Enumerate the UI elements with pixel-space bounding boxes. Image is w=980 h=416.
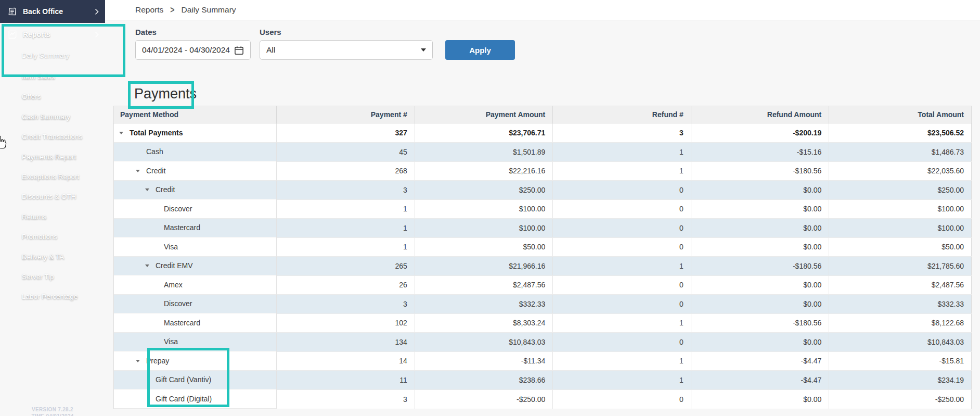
column-header-total-amount[interactable]: Total Amount [829,106,972,123]
breadcrumb-reports[interactable]: Reports [135,5,163,15]
users-select[interactable]: All [260,40,433,60]
collapse-arrow-icon[interactable] [145,264,156,267]
cell-refund-count: 0 [553,389,691,409]
sidebar-item-promotions[interactable]: Promotions [0,227,105,247]
date-range-input[interactable]: 04/01/2024 - 04/30/2024 [135,40,251,60]
cell-refund-count: 0 [553,237,691,257]
table-row-credit-emv: Credit EMV265$21,966.161-$180.56$21,785.… [114,257,972,276]
cell-payment-count: 45 [277,143,415,162]
sidebar-item-discounts-oth[interactable]: Discounts & OTH [0,187,105,207]
users-filter-group: Users All [260,28,433,60]
cell-payment-count: 327 [277,123,415,143]
column-header-payment-method[interactable]: Payment Method [114,106,277,123]
cell-payment-amount: $1,501.89 [415,143,552,162]
collapse-arrow-icon[interactable] [136,169,146,172]
apply-button[interactable]: Apply [445,40,515,60]
cell-refund-amount: -$15.16 [691,143,829,162]
table-row-amex: Amex26$2,487.560$0.00$2,487.56 [114,275,972,295]
sidebar-item-delivery-ta[interactable]: Delivery & TA [0,247,105,267]
cell-refund-count: 1 [553,161,691,181]
table-row-discover: Discover1$100.000$0.00$100.00 [114,199,972,219]
sidebar-item-payments-report[interactable]: Payments Report [0,147,105,167]
payment-method-label: Visa [164,337,178,346]
cell-refund-amount: -$180.56 [691,313,829,333]
breadcrumb-separator-icon: > [170,5,174,15]
column-header-payment-amount[interactable]: Payment Amount [415,106,552,123]
cell-payment-count: 1 [277,237,415,257]
sidebar-item-item-sales[interactable]: Item Sales [0,67,105,87]
payments-table-container: Payment MethodPayment #Payment AmountRef… [113,106,972,409]
cell-refund-amount: -$4.47 [691,371,829,390]
cell-refund-amount: $0.00 [691,389,829,409]
cell-total-amount: $50.00 [829,237,972,257]
sidebar-item-back-office[interactable]: Back Office [0,0,105,23]
cell-total-amount: $250.00 [829,181,972,200]
cell-payment-amount: $100.00 [415,219,552,238]
payment-method-label: Credit [156,185,175,194]
cell-total-amount: $332.33 [829,295,972,314]
sidebar-item-cash-summary[interactable]: Cash Summary [0,107,105,127]
cell-payment-method: Credit [114,161,277,181]
cell-payment-count: 3 [277,295,415,314]
collapse-arrow-icon[interactable] [119,131,130,134]
cell-refund-amount: -$4.47 [691,351,829,371]
sidebar-item-labor-percentage[interactable]: Labor Percentage [0,287,105,307]
cell-total-amount: $23,506.52 [829,123,972,143]
table-row-cash: Cash45$1,501.891-$15.16$1,486.73 [114,143,972,162]
payment-method-label: Discover [164,205,192,213]
app-window: Back Office Reports Daily Summary Item S… [0,0,980,416]
cell-payment-amount: $238.66 [415,371,552,390]
dates-label: Dates [135,28,251,36]
chevron-right-icon [95,8,99,15]
cell-refund-amount: -$180.56 [691,161,829,181]
collapse-arrow-icon[interactable] [145,188,156,191]
reports-label: Reports [23,30,95,39]
cell-payment-count: 268 [277,161,415,181]
sidebar-item-reports[interactable]: Reports [0,23,105,46]
cell-payment-count: 1 [277,219,415,238]
cell-payment-count: 102 [277,313,415,333]
cell-payment-amount: $332.33 [415,295,552,314]
cell-refund-count: 1 [553,143,691,162]
column-header-refund[interactable]: Refund # [553,106,691,123]
cell-total-amount: $10,843.03 [829,333,972,352]
version-info: VERSION 7.28.2 TIME 04/01/2024 [0,406,105,416]
collapse-arrow-icon[interactable] [136,359,146,362]
sidebar-item-daily-summary[interactable]: Daily Summary [0,46,105,66]
cell-payment-amount: $23,706.71 [415,123,552,143]
payment-method-label: Cash [146,147,163,156]
table-header-row: Payment MethodPayment #Payment AmountRef… [114,106,972,123]
cell-total-amount: $2,487.56 [829,275,972,295]
cell-payment-count: 14 [277,351,415,371]
payment-method-label: Amex [164,281,183,289]
cell-payment-amount: $50.00 [415,237,552,257]
payment-method-label: Gift Card (Digital) [156,395,212,403]
cell-total-amount: $100.00 [829,199,972,219]
cell-payment-amount: -$11.34 [415,351,552,371]
cell-payment-count: 26 [277,275,415,295]
cell-total-amount: -$250.00 [829,389,972,409]
cell-payment-method: Mastercard [114,219,277,238]
table-row-mastercard: Mastercard102$8,303.241-$180.56$8,122.68 [114,313,972,333]
cell-total-amount: $100.00 [829,219,972,238]
cell-payment-amount: $21,966.16 [415,257,552,276]
sidebar-item-offers[interactable]: Offers [0,87,105,107]
cell-payment-method: Gift Card (Vantiv) [114,371,277,390]
cell-total-amount: $234.19 [829,371,972,390]
cell-refund-count: 3 [553,123,691,143]
column-header-refund-amount[interactable]: Refund Amount [691,106,829,123]
sidebar-item-exceptions-report[interactable]: Exceptions Report [0,167,105,187]
cell-payment-count: 134 [277,333,415,352]
sidebar-item-returns[interactable]: Returns [0,207,105,227]
table-row-mastercard: Mastercard1$100.000$0.00$100.00 [114,219,972,238]
cell-refund-amount: $0.00 [691,295,829,314]
breadcrumb-daily-summary[interactable]: Daily Summary [181,5,236,15]
sidebar-item-credit-transactions[interactable]: Credit Transactions [0,127,105,147]
cell-refund-count: 0 [553,275,691,295]
cell-refund-count: 0 [553,199,691,219]
column-header-payment[interactable]: Payment # [277,106,415,123]
cell-refund-amount: $0.00 [691,199,829,219]
cell-refund-count: 0 [553,181,691,200]
sidebar-item-server-tip[interactable]: Server Tip [0,267,105,287]
cell-refund-amount: $0.00 [691,333,829,352]
